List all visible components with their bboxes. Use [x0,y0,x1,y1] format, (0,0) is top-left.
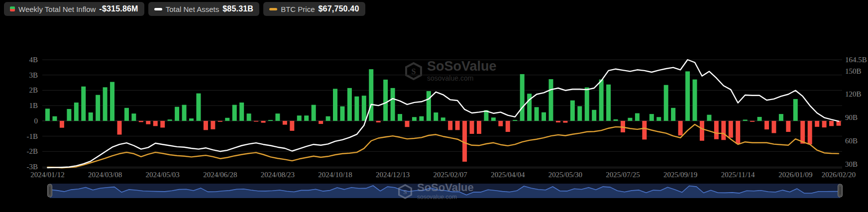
weekly-net-inflow-bar[interactable] [225,118,229,121]
weekly-net-inflow-bar[interactable] [247,113,251,121]
weekly-net-inflow-bar[interactable] [585,88,589,121]
weekly-net-inflow-bar[interactable] [635,113,640,121]
weekly-net-inflow-bar[interactable] [312,105,316,121]
weekly-net-inflow-bar[interactable] [391,88,395,121]
weekly-net-inflow-bar[interactable] [707,115,711,121]
weekly-net-inflow-bar[interactable] [771,121,776,133]
weekly-net-inflow-bar[interactable] [117,121,122,135]
weekly-net-inflow-bar[interactable] [491,117,496,121]
weekly-net-inflow-bar[interactable] [808,121,812,144]
main-chart[interactable]: 4B3B2B1B0-1B-2B-3B164.5B150B120B90B60B30… [0,0,868,212]
weekly-net-inflow-bar[interactable] [204,121,208,130]
weekly-net-inflow-bar[interactable] [793,99,798,121]
weekly-net-inflow-bar[interactable] [196,94,201,121]
weekly-net-inflow-bar[interactable] [743,119,748,120]
weekly-net-inflow-bar[interactable] [599,80,604,121]
weekly-net-inflow-bar[interactable] [448,121,452,130]
weekly-net-inflow-bar[interactable] [340,106,344,121]
btc-price-line[interactable] [48,124,839,168]
weekly-net-inflow-bar[interactable] [535,107,539,121]
weekly-net-inflow-bar[interactable] [549,79,553,121]
weekly-net-inflow-bar[interactable] [45,108,50,121]
weekly-net-inflow-bar[interactable] [326,116,330,121]
weekly-net-inflow-bar[interactable] [527,94,532,121]
weekly-net-inflow-bar[interactable] [642,121,647,139]
weekly-net-inflow-bar[interactable] [146,121,150,124]
weekly-net-inflow-bar[interactable] [405,121,410,127]
weekly-net-inflow-bar[interactable] [513,120,517,121]
weekly-net-inflow-bar[interactable] [376,121,381,122]
weekly-net-inflow-bar[interactable] [822,121,827,127]
weekly-net-inflow-bar[interactable] [441,117,445,121]
weekly-net-inflow-bar[interactable] [304,115,309,121]
weekly-net-inflow-bar[interactable] [81,87,86,121]
weekly-net-inflow-bar[interactable] [750,121,755,122]
weekly-net-inflow-bar[interactable] [419,116,424,121]
weekly-net-inflow-bar[interactable] [470,121,474,134]
weekly-net-inflow-bar[interactable] [455,121,460,130]
weekly-net-inflow-bar[interactable] [764,121,769,129]
weekly-net-inflow-bar[interactable] [189,118,194,121]
weekly-net-inflow-bar[interactable] [254,121,258,122]
weekly-net-inflow-bar[interactable] [52,116,57,121]
weekly-net-inflow-bar[interactable] [153,121,158,126]
weekly-net-inflow-bar[interactable] [218,121,222,122]
weekly-net-inflow-bar[interactable] [829,121,834,126]
weekly-net-inflow-bar[interactable] [520,74,525,121]
weekly-net-inflow-bar[interactable] [800,121,805,144]
weekly-net-inflow-bar[interactable] [736,121,740,144]
weekly-net-inflow-bar[interactable] [614,119,618,121]
weekly-net-inflow-bar[interactable] [74,103,79,121]
weekly-net-inflow-bar[interactable] [462,121,467,162]
weekly-net-inflow-bar[interactable] [477,121,481,134]
weekly-net-inflow-bar[interactable] [96,95,100,121]
weekly-net-inflow-bar[interactable] [175,107,179,121]
weekly-net-inflow-bar[interactable] [168,119,172,121]
weekly-net-inflow-bar[interactable] [398,114,402,121]
weekly-net-inflow-bar[interactable] [239,103,244,121]
weekly-net-inflow-bar[interactable] [592,110,596,121]
weekly-net-inflow-bar[interactable] [333,89,337,120]
weekly-net-inflow-bar[interactable] [685,71,690,121]
weekly-net-inflow-bar[interactable] [160,121,165,128]
weekly-net-inflow-bar[interactable] [67,109,71,121]
weekly-net-inflow-bar[interactable] [664,85,668,121]
weekly-net-inflow-bar[interactable] [275,113,280,121]
weekly-net-inflow-bar[interactable] [354,97,359,121]
weekly-net-inflow-bar[interactable] [139,121,143,122]
weekly-net-inflow-bar[interactable] [412,117,417,121]
weekly-net-inflow-bar[interactable] [383,80,388,121]
weekly-net-inflow-bar[interactable] [563,121,567,123]
weekly-net-inflow-bar[interactable] [577,106,582,120]
weekly-net-inflow-bar[interactable] [606,85,611,121]
weekly-net-inflow-bar[interactable] [268,120,273,121]
weekly-net-inflow-bar[interactable] [693,80,697,121]
weekly-net-inflow-bar[interactable] [232,105,237,121]
weekly-net-inflow-bar[interactable] [110,82,114,121]
weekly-net-inflow-bar[interactable] [556,121,560,122]
weekly-net-inflow-bar[interactable] [283,121,287,125]
weekly-net-inflow-bar[interactable] [369,69,373,121]
weekly-net-inflow-bar[interactable] [131,113,136,121]
weekly-net-inflow-bar[interactable] [89,112,93,121]
weekly-net-inflow-bar[interactable] [721,121,726,140]
weekly-net-inflow-bar[interactable] [211,121,215,129]
weekly-net-inflow-bar[interactable] [678,121,683,135]
weekly-net-inflow-bar[interactable] [671,108,675,121]
weekly-net-inflow-bar[interactable] [103,87,108,121]
weekly-net-inflow-bar[interactable] [758,117,762,121]
weekly-net-inflow-bar[interactable] [650,114,654,121]
weekly-net-inflow-bar[interactable] [815,121,819,127]
weekly-net-inflow-bar[interactable] [347,88,352,121]
weekly-net-inflow-bar[interactable] [261,121,266,123]
weekly-net-inflow-bar[interactable] [290,121,294,131]
weekly-net-inflow-bar[interactable] [542,112,546,121]
weekly-net-inflow-bar[interactable] [570,101,575,121]
weekly-net-inflow-bar[interactable] [729,121,733,138]
weekly-net-inflow-bar[interactable] [714,121,719,139]
weekly-net-inflow-bar[interactable] [427,91,431,121]
weekly-net-inflow-bar[interactable] [182,105,187,121]
weekly-net-inflow-bar[interactable] [434,112,438,121]
weekly-net-inflow-bar[interactable] [779,114,783,121]
weekly-net-inflow-bar[interactable] [362,96,366,121]
